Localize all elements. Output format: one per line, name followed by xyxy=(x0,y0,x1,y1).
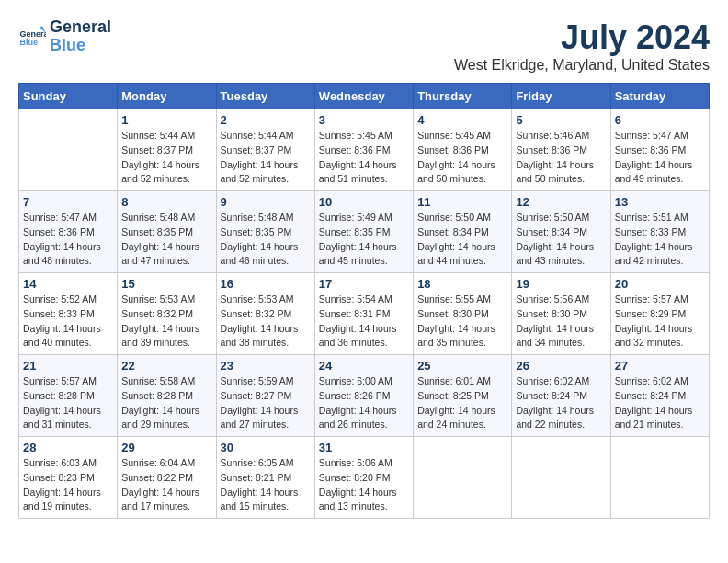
day-info: Sunrise: 5:59 AM Sunset: 8:27 PM Dayligh… xyxy=(221,374,311,432)
day-info: Sunrise: 5:53 AM Sunset: 8:32 PM Dayligh… xyxy=(221,293,311,350)
calendar-cell: 24Sunrise: 6:00 AM Sunset: 8:26 PM Dayli… xyxy=(314,355,413,437)
calendar-cell: 9Sunrise: 5:48 AM Sunset: 8:35 PM Daylig… xyxy=(216,191,314,273)
calendar-cell: 19Sunrise: 5:56 AM Sunset: 8:30 PM Dayli… xyxy=(512,273,610,355)
day-number: 3 xyxy=(319,113,409,127)
calendar-cell xyxy=(19,109,118,191)
day-number: 4 xyxy=(417,113,507,127)
calendar-cell: 14Sunrise: 5:52 AM Sunset: 8:33 PM Dayli… xyxy=(19,273,118,355)
day-info: Sunrise: 5:53 AM Sunset: 8:32 PM Dayligh… xyxy=(121,293,211,350)
calendar-cell: 28Sunrise: 6:03 AM Sunset: 8:23 PM Dayli… xyxy=(19,437,118,519)
day-number: 18 xyxy=(417,277,507,291)
col-thursday: Thursday xyxy=(414,84,512,109)
day-number: 6 xyxy=(615,113,705,127)
day-number: 17 xyxy=(319,277,409,291)
day-info: Sunrise: 6:06 AM Sunset: 8:20 PM Dayligh… xyxy=(319,456,409,514)
day-info: Sunrise: 5:48 AM Sunset: 8:35 PM Dayligh… xyxy=(121,211,211,269)
day-info: Sunrise: 5:56 AM Sunset: 8:30 PM Dayligh… xyxy=(516,293,606,350)
month-year-title: July 2024 xyxy=(454,18,710,57)
svg-text:Blue: Blue xyxy=(20,38,39,47)
calendar-table: Sunday Monday Tuesday Wednesday Thursday… xyxy=(18,83,710,519)
day-info: Sunrise: 5:58 AM Sunset: 8:28 PM Dayligh… xyxy=(121,374,211,432)
calendar-cell: 30Sunrise: 6:05 AM Sunset: 8:21 PM Dayli… xyxy=(216,437,314,519)
day-number: 20 xyxy=(615,277,705,291)
calendar-cell: 26Sunrise: 6:02 AM Sunset: 8:24 PM Dayli… xyxy=(512,355,610,437)
day-info: Sunrise: 5:44 AM Sunset: 8:37 PM Dayligh… xyxy=(121,129,211,187)
day-info: Sunrise: 5:57 AM Sunset: 8:28 PM Dayligh… xyxy=(23,374,113,432)
day-number: 23 xyxy=(221,359,311,373)
logo-icon: General Blue xyxy=(18,23,46,51)
week-row-3: 14Sunrise: 5:52 AM Sunset: 8:33 PM Dayli… xyxy=(19,273,710,355)
day-info: Sunrise: 6:01 AM Sunset: 8:25 PM Dayligh… xyxy=(417,374,507,432)
day-info: Sunrise: 6:02 AM Sunset: 8:24 PM Dayligh… xyxy=(615,374,705,432)
col-saturday: Saturday xyxy=(610,84,709,109)
calendar-cell: 12Sunrise: 5:50 AM Sunset: 8:34 PM Dayli… xyxy=(512,191,610,273)
day-info: Sunrise: 5:50 AM Sunset: 8:34 PM Dayligh… xyxy=(516,211,606,269)
week-row-4: 21Sunrise: 5:57 AM Sunset: 8:28 PM Dayli… xyxy=(19,355,710,437)
calendar-cell xyxy=(414,437,512,519)
calendar-cell: 27Sunrise: 6:02 AM Sunset: 8:24 PM Dayli… xyxy=(610,355,709,437)
day-number: 19 xyxy=(516,277,606,291)
day-info: Sunrise: 5:45 AM Sunset: 8:36 PM Dayligh… xyxy=(319,129,409,187)
day-info: Sunrise: 5:47 AM Sunset: 8:36 PM Dayligh… xyxy=(23,211,113,269)
day-number: 9 xyxy=(221,195,311,209)
day-info: Sunrise: 5:55 AM Sunset: 8:30 PM Dayligh… xyxy=(417,293,507,350)
day-number: 12 xyxy=(516,195,606,209)
day-number: 31 xyxy=(319,441,409,454)
day-number: 26 xyxy=(516,359,606,373)
logo: General Blue GeneralBlue xyxy=(18,18,111,55)
day-info: Sunrise: 5:54 AM Sunset: 8:31 PM Dayligh… xyxy=(319,293,409,350)
day-number: 7 xyxy=(23,195,113,209)
calendar-header-row: Sunday Monday Tuesday Wednesday Thursday… xyxy=(19,84,710,109)
week-row-5: 28Sunrise: 6:03 AM Sunset: 8:23 PM Dayli… xyxy=(19,437,710,519)
day-number: 11 xyxy=(417,195,507,209)
calendar-cell: 29Sunrise: 6:04 AM Sunset: 8:22 PM Dayli… xyxy=(118,437,216,519)
day-number: 30 xyxy=(221,441,311,454)
day-number: 22 xyxy=(121,359,211,373)
day-number: 29 xyxy=(121,441,211,454)
col-tuesday: Tuesday xyxy=(216,84,314,109)
calendar-cell: 11Sunrise: 5:50 AM Sunset: 8:34 PM Dayli… xyxy=(414,191,512,273)
day-number: 14 xyxy=(23,277,113,291)
day-number: 5 xyxy=(516,113,606,127)
day-info: Sunrise: 5:47 AM Sunset: 8:36 PM Dayligh… xyxy=(615,129,705,187)
day-info: Sunrise: 5:44 AM Sunset: 8:37 PM Dayligh… xyxy=(221,129,311,187)
day-info: Sunrise: 5:52 AM Sunset: 8:33 PM Dayligh… xyxy=(23,293,113,350)
calendar-cell: 3Sunrise: 5:45 AM Sunset: 8:36 PM Daylig… xyxy=(314,109,413,191)
day-number: 13 xyxy=(615,195,705,209)
calendar-cell xyxy=(610,437,709,519)
day-info: Sunrise: 5:46 AM Sunset: 8:36 PM Dayligh… xyxy=(516,129,606,187)
day-number: 16 xyxy=(221,277,311,291)
calendar-cell: 20Sunrise: 5:57 AM Sunset: 8:29 PM Dayli… xyxy=(610,273,709,355)
day-number: 24 xyxy=(319,359,409,373)
day-info: Sunrise: 5:51 AM Sunset: 8:33 PM Dayligh… xyxy=(615,211,705,269)
day-number: 27 xyxy=(615,359,705,373)
day-info: Sunrise: 6:04 AM Sunset: 8:22 PM Dayligh… xyxy=(121,456,211,514)
calendar-cell: 17Sunrise: 5:54 AM Sunset: 8:31 PM Dayli… xyxy=(314,273,413,355)
day-number: 28 xyxy=(23,441,113,454)
day-number: 25 xyxy=(417,359,507,373)
calendar-cell: 7Sunrise: 5:47 AM Sunset: 8:36 PM Daylig… xyxy=(19,191,118,273)
calendar-cell: 13Sunrise: 5:51 AM Sunset: 8:33 PM Dayli… xyxy=(610,191,709,273)
calendar-cell: 10Sunrise: 5:49 AM Sunset: 8:35 PM Dayli… xyxy=(314,191,413,273)
week-row-2: 7Sunrise: 5:47 AM Sunset: 8:36 PM Daylig… xyxy=(19,191,710,273)
calendar-cell: 5Sunrise: 5:46 AM Sunset: 8:36 PM Daylig… xyxy=(512,109,610,191)
location-subtitle: West Elkridge, Maryland, United States xyxy=(454,57,710,74)
day-info: Sunrise: 5:49 AM Sunset: 8:35 PM Dayligh… xyxy=(319,211,409,269)
calendar-cell: 22Sunrise: 5:58 AM Sunset: 8:28 PM Dayli… xyxy=(118,355,216,437)
day-info: Sunrise: 6:00 AM Sunset: 8:26 PM Dayligh… xyxy=(319,374,409,432)
col-monday: Monday xyxy=(118,84,216,109)
col-friday: Friday xyxy=(512,84,610,109)
calendar-cell: 6Sunrise: 5:47 AM Sunset: 8:36 PM Daylig… xyxy=(610,109,709,191)
day-info: Sunrise: 6:03 AM Sunset: 8:23 PM Dayligh… xyxy=(23,456,113,514)
day-info: Sunrise: 6:05 AM Sunset: 8:21 PM Dayligh… xyxy=(221,456,311,514)
page-header: General Blue GeneralBlue July 2024 West … xyxy=(18,18,710,74)
col-sunday: Sunday xyxy=(19,84,118,109)
calendar-cell: 15Sunrise: 5:53 AM Sunset: 8:32 PM Dayli… xyxy=(118,273,216,355)
day-number: 2 xyxy=(221,113,311,127)
calendar-cell: 23Sunrise: 5:59 AM Sunset: 8:27 PM Dayli… xyxy=(216,355,314,437)
calendar-cell xyxy=(512,437,610,519)
day-number: 21 xyxy=(23,359,113,373)
day-number: 1 xyxy=(121,113,211,127)
day-number: 15 xyxy=(121,277,211,291)
calendar-cell: 1Sunrise: 5:44 AM Sunset: 8:37 PM Daylig… xyxy=(118,109,216,191)
